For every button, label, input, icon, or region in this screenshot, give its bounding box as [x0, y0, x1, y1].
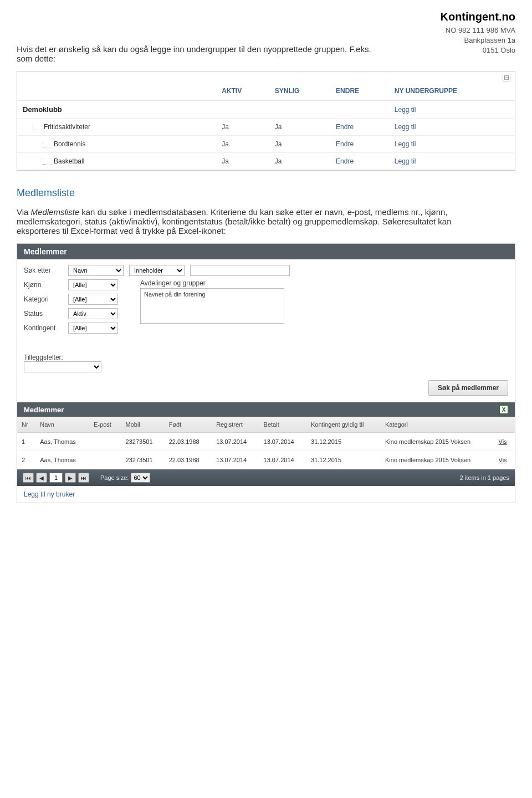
header-addr2: 0151 Oslo	[440, 45, 515, 55]
col-aktiv: AKTIV	[216, 81, 269, 101]
avd-item[interactable]: Navnet på din forening	[144, 291, 280, 298]
tree-icon	[43, 159, 52, 165]
status-label: Status	[24, 310, 63, 318]
section-body: Via Medlemsliste kan du søke i medlemsda…	[17, 207, 493, 236]
search-button[interactable]: Søk på medlemmer	[428, 380, 508, 396]
pager-last-icon[interactable]: ⏭	[78, 473, 89, 483]
cell-kategori: Kino medlemskap 2015 Voksen	[381, 451, 494, 469]
kontingent-label: Kontingent	[24, 324, 63, 332]
view-link[interactable]: Vis	[499, 438, 507, 445]
logo: Kontingent.no	[440, 9, 515, 24]
tilleggs-select[interactable]	[24, 361, 101, 372]
cell-epost	[89, 451, 121, 469]
avd-label: Avdelinger og grupper	[140, 279, 284, 287]
th-gyldig: Kontingent gyldig til	[306, 417, 381, 433]
panel-title: Medlemmer	[17, 244, 515, 259]
th-fodt: Født	[165, 417, 212, 433]
pager-page-input[interactable]	[49, 473, 63, 483]
tilleggs-label: Tilleggsfelter:	[24, 354, 101, 361]
pager-prev-icon[interactable]: ◀	[36, 473, 47, 483]
cell-navn: Aas, Thomas	[35, 433, 89, 451]
groups-panel: ⊟ AKTIV SYNLIG ENDRE NY UNDERGRUPPE Demo…	[17, 71, 515, 171]
cell-betalt: 13.07.2014	[259, 451, 306, 469]
th-navn: Navn	[35, 417, 89, 433]
cell-registrert: 13.07.2014	[212, 451, 259, 469]
add-subgroup-link[interactable]: Legg til	[395, 123, 416, 131]
kjonn-select[interactable]: [Alle]	[68, 279, 118, 290]
cell-fodt: 22.03.1988	[165, 433, 212, 451]
tree-icon	[43, 142, 52, 147]
section-body-pre: Via	[17, 207, 31, 217]
intro-text: Hvis det er ønskelig så kan du også legg…	[17, 44, 371, 63]
edit-link[interactable]: Endre	[336, 123, 354, 131]
group-name: Fritidsaktiviteter	[44, 123, 90, 131]
add-subgroup-link[interactable]: Legg til	[395, 157, 416, 165]
pagesize-select[interactable]: 60	[131, 473, 150, 483]
th-nr: Nr	[17, 417, 35, 433]
excel-export-icon[interactable]: X	[499, 405, 508, 414]
pager-summary: 2 items in 1 pages	[460, 474, 509, 481]
pager: ⏮ ◀ ▶ ⏭ Page size: 60 2 items in 1 pages	[17, 469, 515, 486]
cell-synlig: Ja	[269, 153, 330, 170]
kontingent-select[interactable]: [Alle]	[68, 323, 118, 334]
kjonn-label: Kjønn	[24, 281, 63, 289]
cell-synlig: Ja	[269, 136, 330, 153]
th-actions	[494, 417, 515, 433]
kategori-label: Kategori	[24, 295, 63, 303]
header-vat: NO 982 111 986 MVA	[440, 25, 515, 35]
field-type-select[interactable]: Navn	[68, 265, 124, 276]
cell-aktiv: Ja	[216, 119, 269, 136]
section-body-post: kan du søke i medlemsdatabasen. Kriterie…	[17, 207, 452, 236]
cell-gyldig: 31.12.2015	[306, 451, 381, 469]
add-subgroup-club[interactable]: Legg til	[395, 106, 416, 114]
cell-mobil: 23273501	[121, 451, 165, 469]
table-row: 2 Aas, Thomas 23273501 22.03.1988 13.07.…	[17, 451, 515, 469]
section-body-em: Medlemsliste	[31, 207, 80, 217]
group-name: Bordtennis	[54, 140, 85, 148]
col-synlig: SYNLIG	[269, 81, 330, 101]
table-row: 1 Aas, Thomas 23273501 22.03.1988 13.07.…	[17, 433, 515, 451]
search-text-input[interactable]	[190, 265, 290, 276]
th-kategori: Kategori	[381, 417, 494, 433]
pagesize-label: Page size:	[100, 474, 129, 481]
avd-listbox[interactable]: Navnet på din forening	[140, 288, 284, 324]
col-ny: NY UNDERGRUPPE	[389, 81, 515, 101]
edit-link[interactable]: Endre	[336, 140, 354, 148]
cell-nr: 2	[17, 451, 35, 469]
cell-aktiv: Ja	[216, 136, 269, 153]
add-subgroup-link[interactable]: Legg til	[395, 140, 416, 148]
match-type-select[interactable]: Inneholder	[129, 265, 185, 276]
group-name: Basketball	[54, 157, 84, 165]
section-title: Medlemsliste	[17, 187, 515, 199]
cell-mobil: 23273501	[121, 433, 165, 451]
pager-first-icon[interactable]: ⏮	[23, 473, 34, 483]
cell-epost	[89, 433, 121, 451]
club-name: Demoklubb	[23, 105, 62, 114]
col-endre: ENDRE	[330, 81, 389, 101]
th-epost: E-post	[89, 417, 121, 433]
th-mobil: Mobil	[121, 417, 165, 433]
cell-registrert: 13.07.2014	[212, 433, 259, 451]
collapse-icon[interactable]: ⊟	[503, 74, 510, 81]
cell-synlig: Ja	[269, 119, 330, 136]
kategori-select[interactable]: [Alle]	[68, 294, 118, 305]
cell-nr: 1	[17, 433, 35, 451]
cell-navn: Aas, Thomas	[35, 451, 89, 469]
cell-betalt: 13.07.2014	[259, 433, 306, 451]
cell-kategori: Kino medlemskap 2015 Voksen	[381, 433, 494, 451]
sok-etter-label: Søk etter	[24, 267, 63, 274]
edit-link[interactable]: Endre	[336, 157, 354, 165]
members-panel: Medlemmer Søk etter Navn Inneholder Kjøn…	[17, 243, 515, 503]
header-block: Kontingent.no NO 982 111 986 MVA Bankpla…	[440, 9, 515, 56]
tree-icon	[33, 125, 42, 130]
th-betalt: Betalt	[259, 417, 306, 433]
col-name-blank	[17, 81, 216, 101]
status-select[interactable]: Aktiv	[68, 308, 118, 319]
cell-gyldig: 31.12.2015	[306, 433, 381, 451]
results-title: Medlemmer	[24, 406, 64, 414]
cell-fodt: 22.03.1988	[165, 451, 212, 469]
view-link[interactable]: Vis	[499, 457, 507, 463]
pager-next-icon[interactable]: ▶	[65, 473, 76, 483]
cell-aktiv: Ja	[216, 153, 269, 170]
add-user-link[interactable]: Legg til ny bruker	[17, 486, 515, 503]
